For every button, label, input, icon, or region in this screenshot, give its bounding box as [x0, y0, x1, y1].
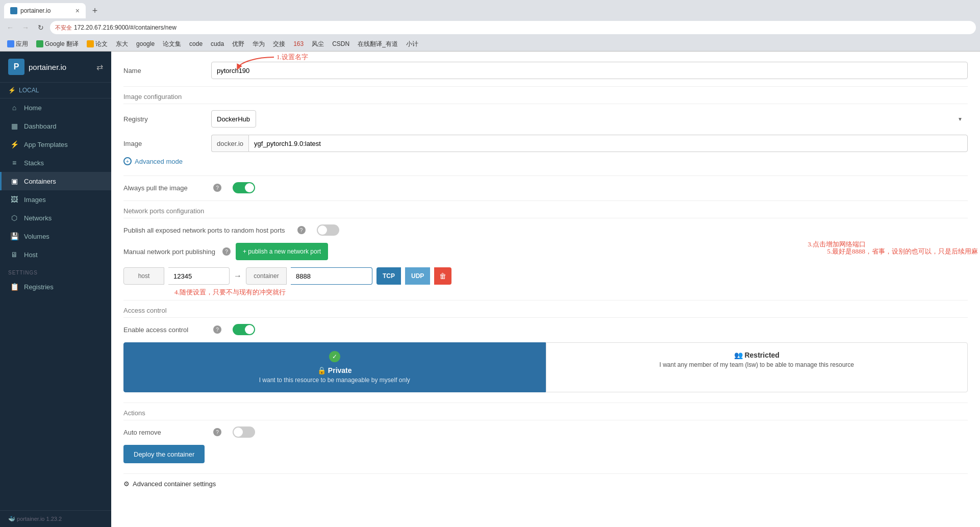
always-pull-help[interactable]: ? [213, 184, 221, 192]
sidebar-item-dashboard-label: Dashboard [24, 122, 57, 130]
always-pull-toggle[interactable] [233, 182, 255, 193]
private-card-title: 🔒 Private [134, 366, 535, 374]
back-button[interactable]: ← [4, 21, 16, 34]
restricted-card-desc: I want any member of my team (lsw) to be… [557, 361, 958, 368]
sidebar-item-containers[interactable]: ▣ Containers [0, 172, 111, 190]
bookmark-xiaoji[interactable]: 小计 [403, 39, 421, 49]
sidebar-item-volumes-label: Volumes [24, 233, 49, 240]
bookmark-lunwenji[interactable]: 论文集 [160, 39, 184, 49]
container-port-input[interactable] [291, 267, 372, 285]
auto-remove-toggle[interactable] [233, 426, 255, 438]
enable-access-help[interactable]: ? [213, 325, 221, 334]
name-row: Name 1.设置名字 [123, 62, 968, 79]
registry-select-wrapper: DockerHub [211, 110, 968, 128]
lock-icon: 🔒 [317, 366, 326, 374]
sidebar-item-networks[interactable]: ⬡ Networks [0, 209, 111, 227]
sidebar-item-images-label: Images [24, 196, 46, 204]
bookmark-jiajie[interactable]: 交接 [270, 39, 288, 49]
bookmark-translate-label: Google 翻译 [45, 40, 79, 48]
bookmark-xiaoji-label: 小计 [406, 40, 418, 48]
udp-button[interactable]: UDP [405, 267, 430, 285]
portainer-logo-small: 🐳 portainer.io [8, 516, 46, 522]
always-pull-slider [233, 182, 255, 193]
restricted-icon: 👥 [734, 351, 743, 359]
publish-new-port-button[interactable]: + publish a new network port [236, 243, 328, 260]
app-templates-icon: ⚡ [10, 140, 19, 148]
advanced-container-settings[interactable]: ⚙ Advanced container settings [123, 480, 968, 488]
bookmark-lunwen-label: 论文 [95, 40, 108, 48]
bookmark-code[interactable]: code [186, 39, 206, 48]
restricted-card[interactable]: 👥 Restricted I want any member of my tea… [546, 342, 968, 392]
tcp-button[interactable]: TCP [376, 267, 401, 285]
bookmark-csdn[interactable]: CSDN [329, 39, 353, 48]
access-control-section-label: Access control [123, 307, 968, 318]
home-icon: ⌂ [10, 104, 19, 112]
sidebar-item-registries-label: Registries [24, 283, 54, 291]
sidebar-item-home[interactable]: ⌂ Home [0, 98, 111, 117]
sidebar-item-dashboard[interactable]: ▦ Dashboard [0, 117, 111, 135]
images-icon: 🖼 [10, 195, 19, 204]
apps-icon [7, 40, 14, 47]
sidebar-logo: P portainer.io ⇄ [0, 52, 111, 83]
bookmark-youye[interactable]: 优野 [229, 39, 247, 49]
bookmark-apps-label: 应用 [16, 40, 28, 48]
sidebar-item-stacks-label: Stacks [24, 159, 44, 167]
bookmark-translate[interactable]: Google 翻译 [33, 39, 82, 49]
sidebar-item-volumes[interactable]: 💾 Volumes [0, 227, 111, 245]
bookmark-lunwenji-label: 论文集 [163, 40, 181, 48]
host-port-label: host [123, 267, 164, 285]
bookmark-google[interactable]: google [133, 39, 158, 48]
auto-remove-help[interactable]: ? [213, 428, 221, 436]
registry-select[interactable]: DockerHub [211, 110, 256, 128]
publish-all-toggle[interactable] [317, 224, 339, 236]
sidebar-item-stacks[interactable]: ≡ Stacks [0, 154, 111, 172]
forward-button[interactable]: → [19, 21, 32, 34]
reload-button[interactable]: ↻ [35, 21, 47, 34]
delete-port-button[interactable]: 🗑 [434, 267, 451, 285]
endpoint-icon: ⚡ [8, 87, 16, 94]
bookmark-cuda[interactable]: cuda [208, 39, 227, 48]
bookmark-youdao-label: 在线翻译_有道 [358, 40, 398, 48]
network-ports-section-label: Network ports configuration [123, 207, 968, 218]
sidebar-item-networks-label: Networks [24, 214, 52, 222]
private-card[interactable]: ✓ 🔒 Private I want to this resource to b… [123, 342, 546, 392]
bookmark-youdao[interactable]: 在线翻译_有道 [355, 39, 401, 49]
publish-all-help[interactable]: ? [297, 226, 306, 234]
bookmark-fengchen-label: 风尘 [312, 40, 324, 48]
divider2 [123, 175, 968, 176]
bookmark-fengchen[interactable]: 风尘 [309, 39, 327, 49]
enable-access-row: Enable access control ? [123, 324, 968, 335]
bookmark-csdn-label: CSDN [332, 40, 349, 47]
bookmark-huawei[interactable]: 华为 [249, 39, 268, 49]
divider4 [123, 300, 968, 300]
new-tab-button[interactable]: + [88, 4, 102, 18]
advanced-mode-link[interactable]: + Advanced mode [123, 157, 968, 165]
bookmark-lunwen[interactable]: 论文 [84, 39, 111, 49]
bookmark-apps[interactable]: 应用 [4, 39, 31, 49]
sidebar-item-home-label: Home [24, 104, 42, 112]
enable-access-toggle[interactable] [233, 324, 255, 335]
manual-port-help[interactable]: ? [222, 247, 231, 256]
bookmark-dongda[interactable]: 东大 [113, 39, 131, 49]
deploy-container-button[interactable]: Deploy the container [123, 445, 205, 463]
security-warning: 不安全 [55, 24, 72, 32]
sidebar-item-registries[interactable]: 📋 Registries [0, 278, 111, 296]
host-port-input[interactable] [168, 267, 230, 285]
sidebar-item-host-label: Host [24, 251, 38, 259]
sidebar-item-app-templates[interactable]: ⚡ App Templates [0, 135, 111, 154]
sidebar-item-host[interactable]: 🖥 Host [0, 245, 111, 264]
address-bar: ← → ↻ 不安全 172.20.67.216:9000/#/container… [0, 18, 980, 37]
translate-icon [36, 40, 43, 47]
divider1 [123, 86, 968, 87]
tab-close-btn[interactable]: × [76, 7, 80, 15]
sidebar-item-app-templates-label: App Templates [24, 141, 68, 148]
private-check-icon: ✓ [329, 351, 340, 362]
sidebar-toggle[interactable]: ⇄ [96, 62, 103, 72]
bookmark-youye-label: 优野 [232, 40, 244, 48]
image-input[interactable] [248, 135, 968, 152]
name-input[interactable] [211, 62, 968, 79]
sidebar-item-images[interactable]: 🖼 Images [0, 190, 111, 209]
active-tab[interactable]: portainer.io × [4, 3, 86, 18]
bookmark-163[interactable]: 163 [290, 39, 307, 48]
address-input[interactable]: 不安全 172.20.67.216:9000/#/containers/new [50, 21, 976, 34]
